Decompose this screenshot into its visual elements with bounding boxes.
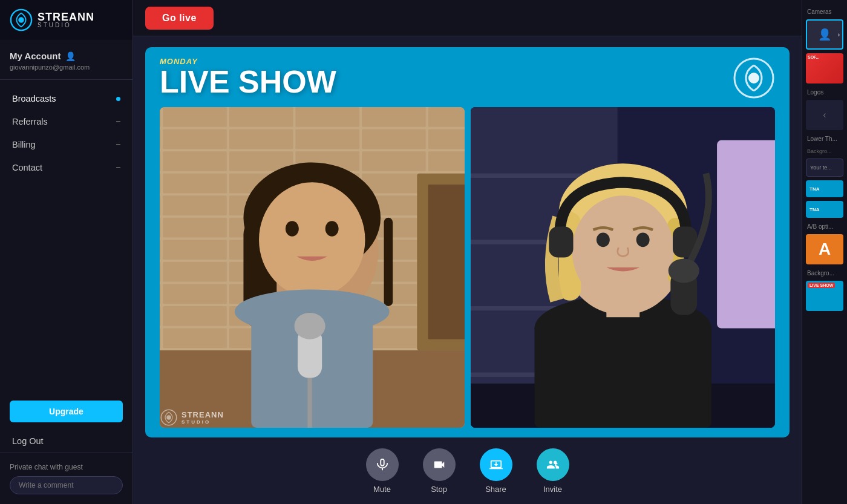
video-feed-2: [471, 107, 776, 428]
invite-icon: [546, 458, 560, 471]
logo-studio: STUDIO: [38, 22, 94, 28]
lower-third-label: Lower Th...: [802, 132, 847, 145]
camera-thumbnail-1[interactable]: 👤 ›: [806, 19, 843, 50]
invite-icon-circle: [537, 448, 569, 481]
svg-rect-16: [384, 218, 393, 306]
svg-point-3: [748, 73, 759, 83]
contact-dash: [116, 167, 120, 168]
sidebar-contact-label: Contact: [12, 163, 42, 172]
stop-label: Stop: [431, 485, 447, 494]
main-content: Go live MONDAY LIVE SHOW: [133, 0, 802, 504]
svg-rect-42: [717, 140, 775, 329]
svg-rect-24: [307, 378, 312, 428]
mute-label: Mute: [373, 485, 391, 494]
sidebar-item-billing[interactable]: Billing: [0, 133, 132, 156]
svg-rect-9: [428, 185, 465, 339]
account-email: giovannipunzo@gmail.com: [10, 64, 123, 71]
top-bar: Go live: [133, 0, 802, 36]
private-chat-section: Private chat with guest: [0, 453, 132, 504]
account-label: My Account: [10, 51, 60, 61]
ab-options-label: A/B opti...: [802, 220, 847, 232]
svg-point-54: [572, 195, 673, 306]
broadcast-stage: MONDAY LIVE SHOW: [145, 47, 790, 437]
video-feeds: [145, 102, 790, 437]
mute-button[interactable]: Mute: [366, 448, 399, 494]
sidebar-billing-label: Billing: [12, 140, 36, 149]
svg-point-17: [259, 182, 365, 297]
user-icon: 👤: [65, 51, 76, 61]
video-feed-1: [160, 107, 465, 428]
mute-icon-circle: [366, 448, 399, 481]
account-row: My Account 👤: [10, 51, 123, 61]
background-label-1: Backgro...: [802, 145, 847, 157]
comment-input[interactable]: [10, 476, 123, 494]
feed1-svg: [160, 107, 465, 428]
feed2-svg: [471, 107, 776, 428]
lower-blue-thumb-2[interactable]: TNA: [806, 201, 843, 218]
background-label-2: Backgro...: [802, 266, 847, 279]
svg-point-23: [295, 313, 325, 339]
chevron-right-icon: ›: [838, 31, 840, 38]
sidebar-item-broadcasts[interactable]: Broadcasts: [0, 87, 132, 110]
stage-logo-svg: [733, 57, 775, 99]
stage-title: LIVE SHOW: [160, 66, 775, 97]
camera-thumbnail-2[interactable]: SOF...: [806, 53, 843, 83]
logo-streann: STREANN: [38, 11, 94, 22]
live-badge: LIVE SHOW: [808, 283, 835, 288]
svg-point-62: [166, 415, 171, 420]
sidebar-item-referrals[interactable]: Referrals: [0, 110, 132, 133]
logos-label: Logos: [802, 85, 847, 98]
camera-icon: [433, 458, 446, 471]
invite-label: Invite: [543, 485, 562, 494]
microphone-icon: [376, 458, 389, 471]
lower-blue-thumb-1[interactable]: TNA: [806, 180, 843, 197]
broadcasts-dot: [116, 97, 120, 101]
screen-share-icon: [489, 458, 503, 471]
share-button[interactable]: Share: [480, 448, 512, 494]
share-icon-circle: [480, 448, 512, 481]
svg-rect-47: [534, 322, 711, 428]
nav-menu: Broadcasts Referrals Billing Contact: [0, 80, 132, 393]
sidebar-item-contact[interactable]: Contact: [0, 156, 132, 179]
ab-option-button[interactable]: A: [806, 234, 843, 264]
svg-rect-57: [549, 226, 573, 257]
go-live-button[interactable]: Go live: [145, 7, 214, 30]
stage-header: MONDAY LIVE SHOW: [145, 47, 790, 102]
stage-logo: [733, 57, 775, 102]
private-chat-label: Private chat with guest: [10, 463, 123, 471]
right-panel: Cameras 👤 › SOF... Logos ‹ Lower Th... B…: [802, 0, 847, 504]
svg-point-56: [636, 232, 649, 247]
invite-button[interactable]: Invite: [537, 448, 569, 494]
streann-logo-icon: [10, 8, 33, 31]
stop-icon-circle: [423, 448, 456, 481]
share-label: Share: [485, 485, 506, 494]
upgrade-button[interactable]: Upgrade: [10, 401, 123, 422]
stage-watermark: STREANN STUDIO: [160, 408, 224, 427]
svg-point-18: [286, 221, 299, 237]
logo-text: STREANN STUDIO: [38, 11, 94, 28]
stop-button[interactable]: Stop: [423, 448, 456, 494]
controls-bar: Mute Stop Share: [133, 437, 802, 504]
lower-text-thumb[interactable]: Your te...: [806, 159, 843, 177]
svg-point-60: [668, 258, 699, 283]
sidebar-broadcasts-label: Broadcasts: [12, 94, 56, 103]
live-thumb[interactable]: LIVE SHOW: [806, 281, 843, 311]
video-area: MONDAY LIVE SHOW: [133, 36, 802, 437]
svg-point-55: [596, 232, 609, 247]
sidebar-item-logout[interactable]: Log Out: [0, 430, 132, 453]
cameras-label: Cameras: [802, 5, 847, 18]
logo-area: STREANN STUDIO: [0, 0, 132, 40]
sidebar-referrals-label: Referrals: [12, 117, 48, 126]
sidebar: STREANN STUDIO My Account 👤 giovannipunz…: [0, 0, 133, 504]
logo-thumbnail[interactable]: ‹: [806, 100, 843, 130]
billing-dash: [116, 144, 120, 145]
svg-point-1: [18, 17, 24, 23]
logout-label: Log Out: [12, 436, 44, 446]
referrals-dash: [116, 121, 120, 122]
svg-point-19: [325, 221, 339, 237]
account-section: My Account 👤 giovannipunzo@gmail.com: [0, 40, 132, 80]
